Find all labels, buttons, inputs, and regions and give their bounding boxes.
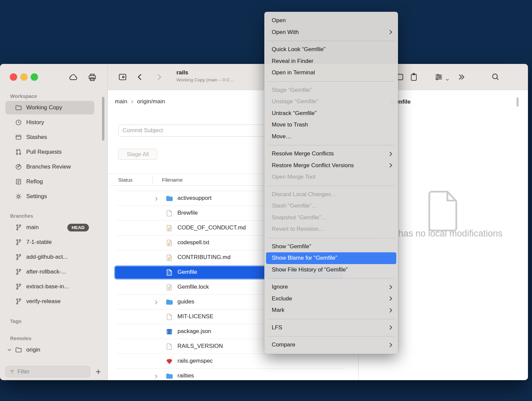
empty-state-message: File has no local modifications (381, 228, 502, 239)
sidebar-item-branches-review[interactable]: Branches Review (0, 159, 107, 174)
sidebar-item-working-copy[interactable]: Working Copy (0, 100, 107, 115)
forward-chevron-icon[interactable] (154, 72, 164, 82)
json-file-icon: { } (165, 328, 173, 336)
menu-item-ignore[interactable]: Ignore (264, 281, 398, 293)
branch-item-verify-release[interactable]: verify-release (0, 294, 107, 309)
back-chevron-icon[interactable] (135, 72, 145, 82)
submenu-chevron-icon (389, 325, 393, 330)
markdown-file-icon (165, 224, 173, 232)
disclosure-chevron-icon[interactable] (154, 374, 158, 379)
menu-separator (268, 238, 395, 238)
breadcrumb-item-main[interactable]: main (115, 98, 127, 105)
filter-field[interactable] (5, 366, 90, 377)
menu-separator (268, 145, 395, 145)
add-button[interactable]: + (93, 366, 104, 377)
menu-item-move-to-trash[interactable]: Move to Trash (264, 119, 398, 131)
sidebar-body: Workspace Working Copy History Stashes P… (0, 90, 107, 380)
workspace-section-header: Workspace (0, 92, 107, 100)
sidebar-item-pull-requests[interactable]: Pull Requests (0, 145, 107, 159)
window-controls (10, 73, 38, 81)
menu-item-restore-merge-conflict-versions[interactable]: Restore Merge Conflict Versions (264, 160, 398, 172)
submenu-chevron-icon (389, 162, 393, 168)
disclosure-chevron-icon[interactable] (154, 300, 158, 305)
sliders-icon[interactable] (434, 72, 443, 82)
chevron-down-icon[interactable] (7, 347, 12, 353)
menu-separator (268, 186, 395, 186)
context-menu: Open Open With Quick Look “Gemfile” Reve… (264, 12, 398, 354)
filter-input[interactable] (18, 369, 87, 375)
history-icon (15, 119, 22, 126)
file-icon (165, 268, 173, 277)
chevron-down-icon[interactable] (445, 77, 450, 82)
menu-item-compare[interactable]: Compare (264, 339, 398, 351)
remote-item-origin[interactable]: origin (0, 342, 107, 357)
sidebar-footer: + (0, 363, 107, 380)
table-row-railties[interactable]: railties (108, 369, 358, 380)
column-filename: Filename (162, 177, 183, 183)
branch-item-7-1-stable[interactable]: 7-1-stable (0, 235, 107, 250)
menu-item-show-file-history-of-gemfile[interactable]: Show File History of “Gemfile” (264, 264, 398, 276)
branch-item-main[interactable]: main HEAD (0, 220, 107, 235)
branch-item-add-github-act[interactable]: add-github-act... (0, 250, 107, 264)
printer-icon[interactable] (87, 72, 97, 82)
branch-icon (15, 268, 22, 276)
double-chevron-icon[interactable] (457, 72, 466, 82)
file-icon (165, 209, 173, 217)
cloud-icon[interactable] (68, 72, 78, 82)
menu-item-reveal-in-finder[interactable]: Reveal in Finder (264, 56, 398, 67)
menu-item-untrack-gemfile[interactable]: Untrack “Gemfile” (264, 108, 398, 119)
table-row-rails-gemspec[interactable]: rails.gemspec (108, 354, 358, 369)
disclosure-chevron-icon[interactable] (154, 196, 158, 201)
file-icon (165, 313, 173, 321)
menu-item-snapshot-gemfile: Snapshot “Gemfile”… (264, 212, 398, 224)
ruby-file-icon (165, 357, 173, 365)
menu-item-resolve-merge-conflicts[interactable]: Resolve Merge Conflicts (264, 148, 398, 160)
menu-item-quick-look-gemfile[interactable]: Quick Look “Gemfile” (264, 44, 398, 56)
app-window: rails Working Copy (main – 0 C… Workspac… (0, 64, 528, 380)
stage-all-button[interactable]: Stage All (118, 149, 157, 160)
branches-review-icon (15, 163, 22, 171)
breadcrumb-item-origin-main[interactable]: origin/main (137, 98, 165, 105)
remotes-section-header: Remotes (0, 334, 107, 342)
submenu-chevron-icon (389, 342, 393, 348)
menu-item-stage-gemfile: Stage “Gemfile” (264, 84, 398, 96)
branch-item-after-rollback[interactable]: after-rollback-... (0, 264, 107, 279)
submenu-chevron-icon (389, 296, 393, 301)
column-status: Status (118, 177, 133, 183)
menu-item-discard-local-changes: Discard Local Changes… (264, 189, 398, 200)
menu-item-move[interactable]: Move… (264, 131, 398, 143)
menu-item-open[interactable]: Open (264, 15, 398, 27)
menu-item-exclude[interactable]: Exclude (264, 293, 398, 305)
panel-arrow-icon[interactable] (118, 72, 127, 82)
close-window-button[interactable] (10, 73, 17, 81)
folder-file-icon (165, 298, 173, 306)
sidebar-item-history[interactable]: History (0, 115, 107, 130)
filter-icon (9, 369, 15, 375)
minimize-window-button[interactable] (20, 73, 28, 81)
clipboard-icon[interactable] (409, 72, 419, 82)
window-subtitle: Working Copy (main – 0 C… (176, 77, 234, 82)
menu-item-lfs[interactable]: LFS (264, 322, 398, 334)
svg-text:{ }: { } (167, 330, 172, 334)
sidebar-item-reflog[interactable]: Reflog (0, 174, 107, 189)
pull-requests-icon (15, 148, 22, 156)
menu-item-mark[interactable]: Mark (264, 304, 398, 316)
folder-file-icon (165, 372, 173, 380)
detail-scrollbar[interactable] (517, 97, 519, 107)
reflog-icon (15, 178, 22, 185)
search-icon[interactable] (491, 72, 500, 81)
branch-item-extract-base-in[interactable]: extract-base-in... (0, 279, 107, 294)
branches-section-header: Branches (0, 211, 107, 220)
window-title: rails (176, 69, 234, 76)
menu-item-open-in-terminal[interactable]: Open in Terminal (264, 67, 398, 79)
menu-item-show-blame-for-gemfile[interactable]: Show Blame for “Gemfile” (266, 252, 396, 264)
menu-item-open-with[interactable]: Open With (264, 27, 398, 38)
menu-separator (268, 336, 395, 336)
menu-separator (268, 319, 395, 319)
sidebar-item-stashes[interactable]: Stashes (0, 130, 107, 145)
zoom-window-button[interactable] (31, 73, 38, 81)
menu-item-show-gemfile[interactable]: Show “Gemfile” (264, 241, 398, 253)
submenu-chevron-icon (389, 284, 393, 290)
sidebar-item-settings[interactable]: Settings (0, 189, 107, 204)
markdown-file-icon (165, 254, 173, 262)
